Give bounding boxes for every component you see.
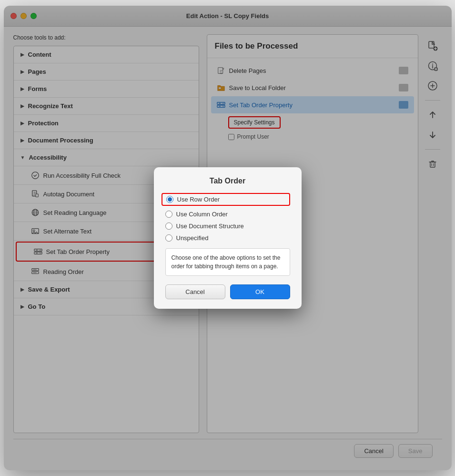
modal-option-unspecified[interactable]: Unspecified — [165, 234, 290, 242]
main-window: Edit Action - SL Copy Fields Choose tool… — [4, 6, 452, 470]
radio-unspecified[interactable] — [165, 234, 172, 242]
modal-radio-group: Use Row Order Use Column Order Use Docum… — [165, 193, 290, 242]
modal-cancel-button[interactable]: Cancel — [165, 284, 225, 299]
radio-row-order-label: Use Row Order — [177, 196, 220, 203]
modal-description: Choose one of the above options to set t… — [165, 248, 290, 276]
radio-column-order[interactable] — [165, 211, 172, 218]
radio-unspecified-label: Unspecified — [176, 234, 209, 242]
modal-option-document-structure[interactable]: Use Document Structure — [165, 223, 290, 230]
radio-row-order[interactable] — [166, 196, 173, 203]
modal-option-row-order[interactable]: Use Row Order — [162, 193, 290, 206]
modal-overlay: Tab Order Use Row Order Use Column Order… — [4, 6, 452, 470]
radio-column-order-label: Use Column Order — [176, 211, 228, 218]
tab-order-modal: Tab Order Use Row Order Use Column Order… — [154, 167, 302, 309]
modal-title: Tab Order — [165, 177, 290, 185]
modal-buttons: Cancel OK — [165, 284, 290, 299]
radio-document-structure[interactable] — [165, 223, 172, 230]
modal-option-column-order[interactable]: Use Column Order — [165, 211, 290, 218]
radio-document-structure-label: Use Document Structure — [176, 223, 244, 230]
modal-ok-button[interactable]: OK — [230, 284, 290, 299]
